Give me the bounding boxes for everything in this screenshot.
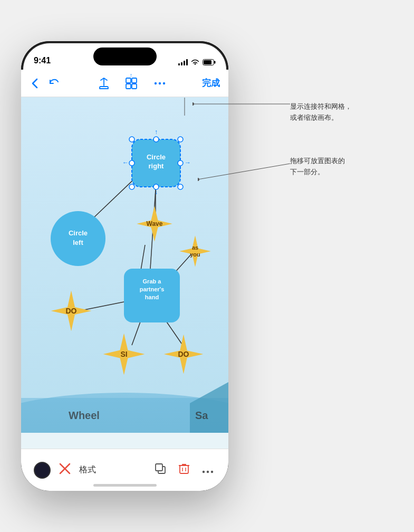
- svg-text:left: left: [73, 239, 83, 246]
- svg-text:↓: ↓: [155, 188, 158, 196]
- svg-text:→: →: [185, 159, 191, 166]
- annotation-bottom: 拖移可放置图表的下一部分。: [290, 156, 345, 178]
- more-options-button[interactable]: [200, 462, 216, 478]
- svg-point-25: [178, 137, 183, 142]
- svg-point-9: [162, 82, 165, 84]
- svg-rect-1: [214, 61, 216, 64]
- svg-text:Circle: Circle: [147, 153, 166, 161]
- svg-point-28: [129, 184, 134, 189]
- wifi-icon: [191, 59, 199, 65]
- svg-text:Grab a: Grab a: [143, 278, 162, 284]
- svg-point-72: [198, 178, 199, 181]
- svg-text:↑: ↑: [155, 128, 158, 136]
- signal-icon: [178, 59, 188, 65]
- svg-point-24: [153, 137, 159, 142]
- svg-text:Circle: Circle: [69, 229, 88, 237]
- delete-button[interactable]: [177, 461, 191, 479]
- svg-rect-61: [156, 464, 162, 471]
- diagram-svg: ↑ ↓ ← → Circle right Circle left Wave: [21, 97, 228, 433]
- svg-rect-2: [204, 60, 211, 64]
- svg-text:DO: DO: [178, 350, 189, 358]
- svg-point-27: [178, 160, 183, 166]
- share-button[interactable]: [97, 75, 111, 91]
- svg-text:partner's: partner's: [140, 286, 165, 292]
- style-x-icon: [59, 463, 71, 477]
- svg-point-68: [211, 471, 213, 473]
- toolbar: ↑ 完成: [21, 70, 228, 97]
- svg-text:DO: DO: [66, 307, 77, 315]
- svg-rect-4: [132, 78, 137, 83]
- svg-rect-5: [126, 84, 131, 89]
- svg-rect-6: [132, 84, 137, 89]
- svg-text:as: as: [192, 244, 198, 251]
- undo-button[interactable]: [46, 77, 62, 90]
- svg-text:right: right: [149, 162, 165, 170]
- copy-button[interactable]: [152, 461, 168, 479]
- svg-point-8: [158, 82, 160, 84]
- svg-point-66: [203, 471, 205, 473]
- svg-point-23: [129, 137, 134, 142]
- svg-text:Sa: Sa: [195, 410, 208, 421]
- svg-point-7: [154, 82, 156, 84]
- svg-text:Wave: Wave: [147, 220, 163, 227]
- svg-point-26: [129, 160, 134, 166]
- annotation-top: 显示连接符和网格，或者缩放画布。: [290, 101, 352, 124]
- color-dot[interactable]: [34, 462, 51, 479]
- grid-button[interactable]: ↑: [123, 75, 139, 91]
- canvas-area[interactable]: ↑ ↓ ← → Circle right Circle left Wave: [21, 97, 228, 449]
- dynamic-island: [93, 48, 157, 65]
- svg-rect-62: [180, 466, 188, 473]
- more-button[interactable]: [152, 80, 168, 87]
- svg-point-67: [207, 471, 209, 473]
- status-time: 9:41: [34, 56, 51, 65]
- annotation-top-text: 显示连接符和网格，或者缩放画布。: [290, 101, 352, 124]
- svg-text:←: ←: [122, 159, 129, 166]
- battery-icon: [203, 59, 216, 65]
- svg-rect-10: [21, 97, 228, 433]
- back-button[interactable]: [30, 76, 40, 91]
- home-indicator: [93, 484, 157, 487]
- annotation-bottom-text: 拖移可放置图表的下一部分。: [290, 156, 345, 178]
- svg-text:Wheel: Wheel: [69, 410, 100, 421]
- svg-text:you: you: [190, 251, 200, 258]
- format-label[interactable]: 格式: [79, 464, 96, 476]
- status-icons: [178, 59, 216, 65]
- svg-point-30: [178, 184, 183, 189]
- svg-point-70: [192, 102, 194, 106]
- svg-text:hand: hand: [145, 294, 159, 300]
- done-button[interactable]: 完成: [202, 77, 220, 89]
- svg-text:SI: SI: [120, 350, 127, 358]
- svg-line-71: [198, 164, 290, 179]
- svg-rect-3: [126, 78, 131, 83]
